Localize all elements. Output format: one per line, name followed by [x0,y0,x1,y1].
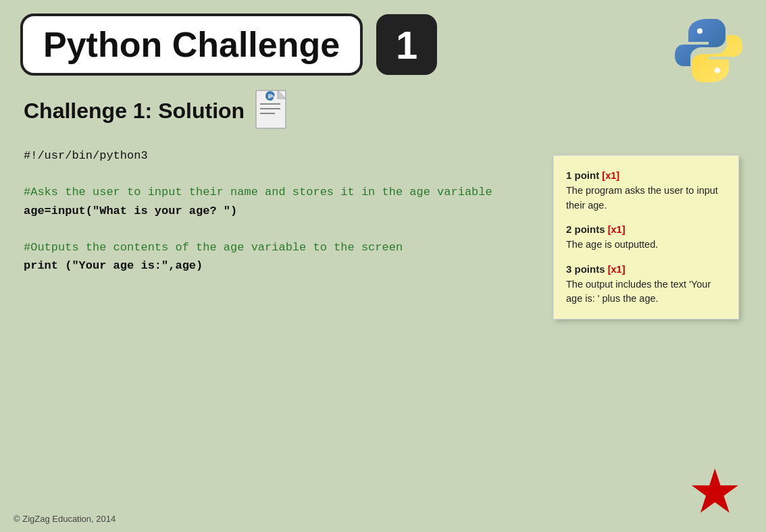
header: Python Challenge 1 [0,0,766,89]
point3-mark: [x1] [608,264,625,275]
score-point1: 1 point [x1] The program asks the user t… [566,168,726,213]
challenge-title-row: Challenge 1: Solution Py [24,89,742,133]
challenge-number-badge: 1 [376,14,437,75]
svg-point-1 [715,68,720,73]
point1-label: 1 point [566,169,602,181]
copyright-text: © ZigZag Education, 2014 [14,514,116,524]
title-box: Python Challenge [20,14,363,76]
challenge-number: 1 [396,22,417,68]
point2-mark: [x1] [608,224,625,235]
scoring-sticky-note: 1 point [x1] The program asks the user t… [553,155,739,319]
file-icon: Py [255,89,292,133]
point2-label: 2 points [566,223,608,235]
main-title: Python Challenge [43,24,340,65]
point1-text: The program asks the user to input their… [566,185,718,211]
python-logo [671,14,746,88]
red-star-icon: ★ [688,461,742,522]
point2-text: The age is outputted. [566,239,658,250]
point3-label: 3 points [566,263,608,275]
footer: © ZigZag Education, 2014 [14,514,116,524]
score-point2: 2 points [x1] The age is outputted. [566,222,726,252]
point3-text: The output includes the text 'Your age i… [566,279,711,304]
svg-point-0 [697,28,703,34]
score-point3: 3 points [x1] The output includes the te… [566,262,726,307]
svg-text:Py: Py [268,93,276,100]
challenge-title: Challenge 1: Solution [24,99,245,124]
point1-mark: [x1] [602,170,619,181]
